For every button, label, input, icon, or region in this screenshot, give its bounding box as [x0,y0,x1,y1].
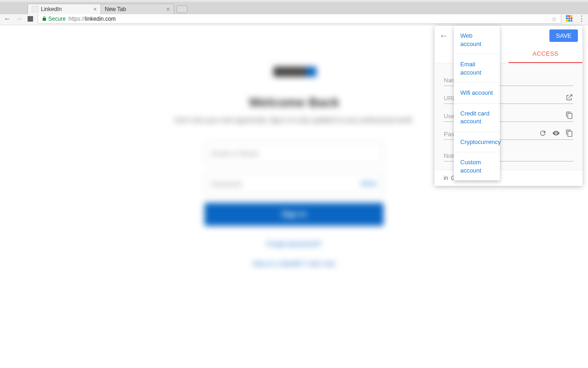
linkedin-logo [273,67,315,77]
open-link-icon[interactable] [565,93,573,101]
secure-label: Secure [48,16,66,22]
email-field[interactable]: Email or Phone [204,142,384,164]
back-button[interactable]: ← [4,15,11,23]
dropdown-item-wifi-account[interactable]: Wifi account [454,83,500,104]
browser-tab-newtab[interactable]: New Tab × [101,4,174,14]
forward-button: → [16,15,23,23]
extension-icon[interactable] [566,15,573,23]
tab-title: New Tab [105,6,126,12]
url-host: linkedin.com [85,16,116,22]
copy-icon[interactable] [565,129,573,137]
dropdown-item-web-account[interactable]: Web account [454,26,500,54]
browser-menu-icon[interactable]: ⋮ [578,14,584,23]
password-field[interactable]: PasswordShow [204,172,384,195]
show-password-link[interactable]: Show [361,180,377,187]
dropdown-item-custom-account[interactable]: Custom account [454,152,500,180]
popup-back-button[interactable]: ← [439,30,448,41]
footer-in: in [444,175,448,181]
forgot-password-link[interactable]: Forgot password? [266,240,322,247]
browser-toolbar: ← → Secure https://linkedin.com ☆ ⋮ [0,12,588,25]
stop-reload-button[interactable] [28,16,33,22]
secure-indicator: Secure [42,16,66,22]
url-scheme: https:// [68,16,85,22]
dropdown-item-email-account[interactable]: Email account [454,54,500,83]
page-heading: Welcome Back [249,95,339,110]
dropdown-item-cryptocurrency[interactable]: Cryptocurrency [454,132,500,153]
join-prompt: New to LinkedIn? Join now [253,259,335,267]
tab-access[interactable]: ACCESS [509,45,582,63]
tab-close-icon[interactable]: × [93,6,97,13]
account-type-dropdown: Web account Email account Wifi account C… [454,26,500,180]
signin-button[interactable]: Sign in [204,203,384,226]
save-button[interactable]: SAVE [549,29,578,42]
bookmark-star-icon[interactable]: ☆ [551,15,557,23]
address-bar[interactable]: Secure https://linkedin.com ☆ [38,14,561,24]
tab-title: LinkedIn [41,6,62,12]
join-link[interactable]: Join now [308,259,335,267]
browser-tabstrip: LinkedIn × New Tab × [0,2,588,14]
copy-icon[interactable] [565,111,573,119]
page-subtitle: Don't miss your next opportunity. Sign i… [175,116,413,124]
lock-icon [42,16,47,21]
dropdown-item-credit-card-account[interactable]: Credit card account [454,104,500,132]
browser-tab-linkedin[interactable]: LinkedIn × [28,4,101,14]
eye-icon[interactable] [552,129,560,137]
tab-favicon [32,6,38,12]
tab-close-icon[interactable]: × [166,6,170,13]
refresh-icon[interactable] [539,129,547,137]
new-tab-button[interactable] [176,6,187,13]
